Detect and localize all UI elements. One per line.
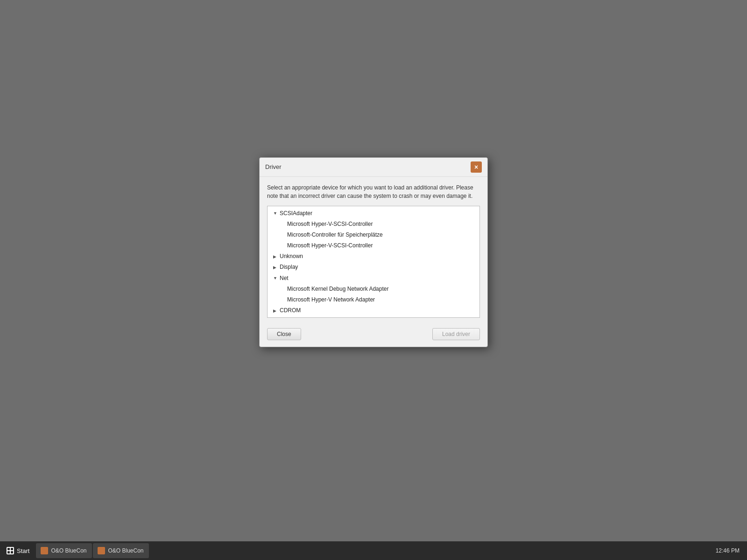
svg-rect-2 [7,551,10,553]
tree-item-scsi-2[interactable]: Microsoft-Controller für Speicherplätze [268,230,479,240]
start-icon [7,547,14,554]
tree-label-scsi-3: Microsoft Hyper-V-SCSI-Controller [287,241,373,250]
taskbar-item-2-icon [98,547,105,554]
tree-item-scsi-1[interactable]: Microsoft Hyper-V-SCSI-Controller [268,219,479,230]
close-button[interactable]: Close [267,328,301,340]
svg-rect-0 [7,548,10,550]
tree-arrow-scsi: ▼ [273,210,280,217]
tree-item-net[interactable]: ▼ Net [268,273,479,284]
tree-arrow-cdrom: ▶ [273,308,280,314]
taskbar-item-2-label: O&O BlueCon [108,547,143,554]
tree-label-net-1: Microsoft Kernel Debug Network Adapter [287,285,388,294]
taskbar-item-2[interactable]: O&O BlueCon [93,543,149,558]
dialog-title: Driver [265,163,282,170]
start-button[interactable]: Start [2,545,34,556]
dialog-close-x-button[interactable]: × [471,161,482,173]
tree-label-net: Net [280,274,289,283]
tree-item-scsi[interactable]: ▼ SCSIAdapter [268,208,479,219]
start-label: Start [17,547,29,554]
taskbar-items: O&O BlueCon O&O BlueCon [36,543,710,558]
taskbar: Start O&O BlueCon O&O BlueCon 12:46 PM [0,541,747,560]
tree-arrow-display: ▶ [273,264,280,271]
tree-item-net-1[interactable]: Microsoft Kernel Debug Network Adapter [268,284,479,294]
svg-rect-1 [11,548,13,550]
driver-dialog: Driver × Select an appropriate device fo… [259,157,488,347]
load-driver-button[interactable]: Load driver [432,328,480,340]
tree-label-unknown: Unknown [280,252,303,261]
tree-label-scsi: SCSIAdapter [280,209,312,218]
driver-tree[interactable]: ▼ SCSIAdapterMicrosoft Hyper-V-SCSI-Cont… [267,206,480,318]
dialog-footer: Close Load driver [260,323,487,347]
tree-label-scsi-2: Microsoft-Controller für Speicherplätze [287,231,383,239]
svg-rect-3 [11,551,13,553]
clock: 12:46 PM [710,547,745,554]
tree-label-cdrom: CDROM [280,306,301,315]
dialog-description: Select an appropriate device for which y… [267,183,480,200]
tree-item-net-2[interactable]: Microsoft Hyper-V Network Adapter [268,294,479,305]
tree-item-scsi-3[interactable]: Microsoft Hyper-V-SCSI-Controller [268,240,479,251]
taskbar-item-1-label: O&O BlueCon [51,547,86,554]
tree-item-cdrom[interactable]: ▶ CDROM [268,305,479,316]
dialog-titlebar: Driver × [260,158,487,177]
tree-item-display[interactable]: ▶ Display [268,262,479,273]
tree-label-net-2: Microsoft Hyper-V Network Adapter [287,295,375,304]
tree-arrow-unknown: ▶ [273,253,280,260]
taskbar-item-1[interactable]: O&O BlueCon [36,543,92,558]
dialog-overlay: Driver × Select an appropriate device fo… [0,0,747,541]
tree-label-display: Display [280,263,298,272]
tree-label-scsi-1: Microsoft Hyper-V-SCSI-Controller [287,220,373,229]
taskbar-item-1-icon [41,547,48,554]
dialog-body: Select an appropriate device for which y… [260,177,487,323]
tree-item-unknown[interactable]: ▶ Unknown [268,251,479,262]
tree-arrow-net: ▼ [273,275,280,281]
